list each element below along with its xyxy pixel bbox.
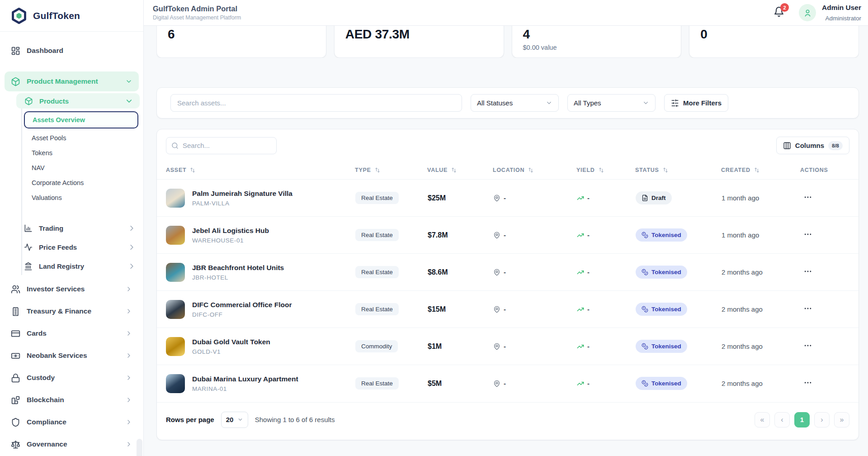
type-badge: Real Estate [355,377,399,390]
results-summary: Showing 1 to 6 of 6 results [255,416,335,423]
next-page-button[interactable]: › [814,412,830,428]
sidebar-item-valuations[interactable]: Valuations [24,190,138,205]
map-pin-icon [493,306,500,313]
blocks-icon [11,395,20,405]
sidebar-item-dashboard[interactable]: Dashboard [5,41,139,61]
user-menu[interactable]: Admin User Administrator [799,4,861,22]
asset-yield: - [587,305,590,313]
sidebar-item-assets-overview[interactable]: Assets Overview [24,111,138,128]
status-filter-select[interactable]: All Statuses [471,94,559,112]
sidebar-item-compliance[interactable]: Compliance [5,412,139,432]
asset-name: DIFC Commercial Office Floor [192,301,292,309]
column-header-location[interactable]: LOCATION [493,161,576,180]
chevron-right-icon [125,330,132,337]
asset-name: Dubai Marina Luxury Apartment [192,375,298,383]
asset-info: JBR Beachfront Hotel Units JBR-HOTEL [192,264,284,281]
more-filters-button[interactable]: More Filters [664,94,728,112]
first-page-button[interactable]: « [755,412,770,428]
sidebar-item-neobank-services[interactable]: Neobank Services [5,346,139,366]
asset-ticker: PALM-VILLA [192,200,292,207]
column-header-status[interactable]: STATUS [635,161,721,180]
type-filter-select[interactable]: All Types [567,94,656,112]
column-header-asset[interactable]: ASSET [157,161,355,180]
previous-page-button[interactable]: ‹ [774,412,790,428]
rows-per-page-select[interactable]: 20 [221,412,248,428]
sidebar-item-products[interactable]: Products [16,93,140,109]
sidebar-item-treasury-finance[interactable]: Treasury & Finance [5,301,139,321]
sidebar-item-price-feeds[interactable]: Price Feeds [21,238,139,256]
chevron-right-icon [127,243,136,252]
sidebar-item-label: Valuations [32,194,62,201]
sort-icon [662,167,669,173]
table-row[interactable]: DIFC Commercial Office Floor DIFC-OFF Re… [157,291,859,328]
stat-card: 4$0.00 value [512,26,682,58]
column-header-value[interactable]: VALUE [427,161,493,180]
table-row[interactable]: Dubai Marina Luxury Apartment MARINA-01 … [157,365,859,402]
assets-search-input[interactable] [170,94,462,112]
sidebar-item-asset-pools[interactable]: Asset Pools [24,130,138,145]
dashboard-icon [11,46,20,56]
sidebar-item-blockchain[interactable]: Blockchain [5,390,139,410]
sidebar-item-tokens[interactable]: Tokens [24,145,138,160]
sidebar-item-cards[interactable]: Cards [5,323,139,343]
trending-up-icon [577,232,584,239]
more-horizontal-icon [803,230,812,239]
row-actions-button[interactable] [801,338,815,354]
created-date: 2 months ago [722,305,763,313]
type-filter-value: All Types [574,99,601,107]
created-date: 1 month ago [722,194,759,202]
asset-yield: - [587,342,590,350]
sidebar-item-trading[interactable]: Trading [21,218,139,238]
sidebar-item-governance[interactable]: Governance [5,434,139,454]
sidebar-item-label: Treasury & Finance [27,307,91,315]
row-actions-button[interactable] [801,227,815,243]
notifications-button[interactable]: 2 [774,6,784,19]
last-page-button[interactable]: » [834,412,849,428]
sidebar-item-label: Trading [39,224,63,232]
sidebar-item-label: Tokens [32,149,52,157]
sidebar-item-corporate-actions[interactable]: Corporate Actions [24,175,138,190]
asset-name: JBR Beachfront Hotel Units [192,264,284,272]
map-pin-icon [493,269,500,276]
sidebar-scrollbar-thumb[interactable] [137,439,142,456]
column-header-created[interactable]: CREATED [721,161,800,180]
sort-icon [754,167,760,173]
sidebar-item-product-management[interactable]: Product Management [5,71,139,91]
column-header-label: TYPE [355,167,371,173]
column-header-yield[interactable]: YIELD [576,161,635,180]
chevron-right-icon [125,285,132,293]
nav-indent-guide [21,109,22,275]
sidebar-item-label: Compliance [27,418,66,426]
sidebar-item-nav[interactable]: NAV [24,160,138,175]
columns-button[interactable]: Columns 8/8 [776,137,849,154]
sidebar-item-land-registry[interactable]: Land Registry [21,256,139,276]
stat-card: 0 [689,26,859,58]
avatar [799,4,816,21]
top-header: GulfToken Admin Portal Digital Asset Man… [144,0,868,26]
asset-thumbnail [166,263,185,282]
sidebar-item-investor-services[interactable]: Investor Services [5,279,139,299]
sidebar-item-label: Neobank Services [27,352,87,360]
column-header-type[interactable]: TYPE [355,161,427,180]
table-row[interactable]: JBR Beachfront Hotel Units JBR-HOTEL Rea… [157,254,859,291]
pagination: « ‹ 1 › » [755,412,849,428]
sidebar-item-custody[interactable]: Custody [5,368,139,388]
row-actions-button[interactable] [801,301,815,317]
table-row[interactable]: Dubai Gold Vault Token GOLD-V1 Commodity… [157,328,859,365]
stat-value: 6 [168,28,315,41]
asset-value: $7.8M [428,231,448,239]
sliders-icon [671,99,679,107]
page-button-1[interactable]: 1 [794,412,810,428]
sidebar-item-label: Price Feeds [39,243,77,251]
notification-badge: 2 [780,3,789,12]
table-row[interactable]: Jebel Ali Logistics Hub WAREHOUSE-01 Rea… [157,217,859,254]
sidebar-item-label: Assets Overview [33,116,85,124]
table-search-input[interactable] [166,137,277,154]
trending-up-icon [577,195,584,202]
row-actions-button[interactable] [801,264,815,280]
row-actions-button[interactable] [801,190,815,206]
asset-location: - [504,231,506,239]
row-actions-button[interactable] [801,375,815,391]
stat-card: 6 [156,26,326,58]
table-row[interactable]: Palm Jumeirah Signature Villa PALM-VILLA… [157,180,859,217]
